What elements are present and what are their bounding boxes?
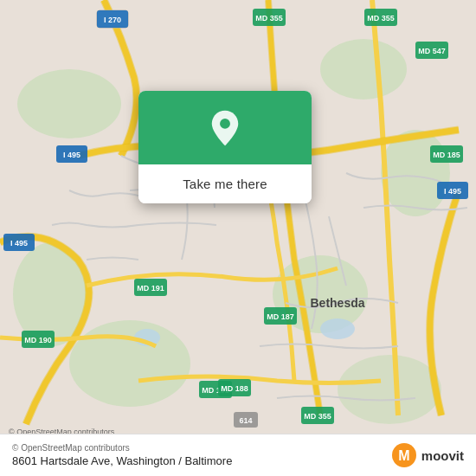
svg-point-8 — [338, 355, 441, 424]
svg-text:MD 190: MD 190 — [24, 336, 52, 344]
svg-text:MD 547: MD 547 — [418, 47, 446, 55]
svg-text:I 495: I 495 — [10, 239, 28, 248]
bottom-bar: © OpenStreetMap contributors 8601 Hartsd… — [0, 434, 476, 476]
svg-text:MD 187: MD 187 — [267, 312, 294, 321]
moovit-brand-text: moovit — [421, 448, 464, 463]
svg-point-1 — [17, 69, 121, 138]
svg-text:MD 185: MD 185 — [433, 151, 460, 159]
svg-text:MD 355: MD 355 — [304, 412, 331, 421]
popup-card: Take me there — [138, 91, 312, 203]
bottom-left-info: © OpenStreetMap contributors 8601 Hartsd… — [12, 443, 232, 467]
location-pin-icon — [206, 109, 244, 147]
svg-text:I 270: I 270 — [104, 16, 121, 24]
popup-green-area — [138, 91, 312, 164]
svg-text:MD 355: MD 355 — [255, 14, 283, 23]
svg-text:M: M — [398, 448, 409, 463]
svg-text:Bethesda: Bethesda — [310, 296, 364, 310]
svg-text:MD 188: MD 188 — [221, 384, 248, 393]
svg-text:614: 614 — [239, 416, 252, 425]
svg-text:MD 191: MD 191 — [137, 284, 164, 293]
svg-point-9 — [320, 318, 355, 339]
map-svg: I 270 I 495 I 495 I 495 MD 355 MD 355 MD… — [0, 0, 476, 476]
map-attribution: © OpenStreetMap contributors — [12, 443, 232, 453]
svg-point-5 — [69, 320, 190, 407]
svg-text:I 495: I 495 — [63, 151, 80, 159]
svg-text:I 495: I 495 — [444, 187, 461, 196]
moovit-logo: M moovit — [390, 441, 464, 469]
svg-point-46 — [220, 119, 230, 129]
map-container: I 270 I 495 I 495 I 495 MD 355 MD 355 MD… — [0, 0, 476, 476]
svg-text:MD 355: MD 355 — [367, 14, 395, 23]
moovit-icon: M — [390, 441, 418, 469]
address-label: 8601 Hartsdale Ave, Washington / Baltimo… — [12, 454, 232, 467]
take-me-there-button[interactable]: Take me there — [138, 164, 312, 203]
svg-point-2 — [320, 39, 407, 100]
